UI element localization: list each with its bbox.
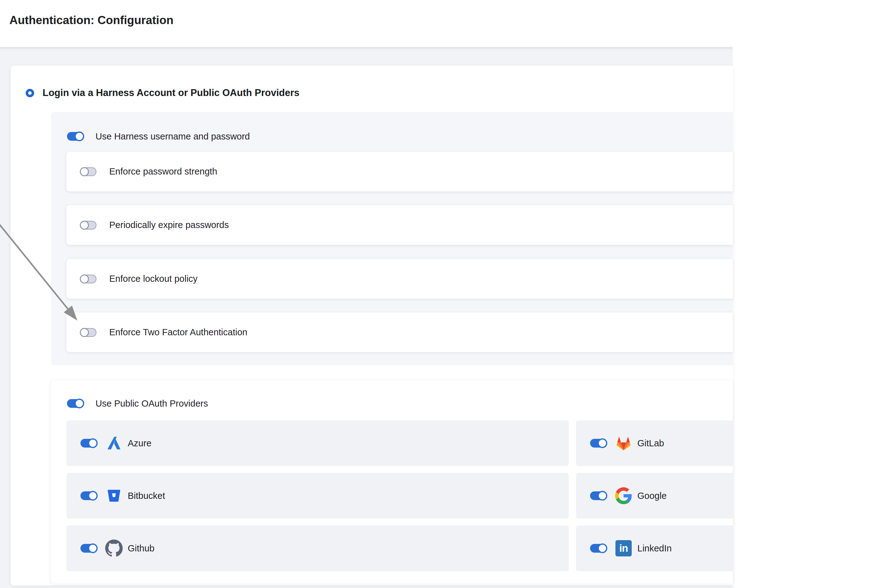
gitlab-provider-row: GitLab xyxy=(576,420,733,466)
google-label: Google xyxy=(637,491,667,501)
azure-label: Azure xyxy=(128,438,152,448)
login-method-radio-row[interactable]: Login via a Harness Account or Public OA… xyxy=(26,88,299,98)
enforce-password-strength-row: Enforce password strength xyxy=(66,152,733,191)
bitbucket-toggle[interactable] xyxy=(80,491,96,500)
gitlab-label: GitLab xyxy=(637,438,664,448)
enforce-two-factor-authentication-label: Enforce Two Factor Authentication xyxy=(109,327,247,338)
auth-form-panel: Login via a Harness Account or Public OA… xyxy=(11,66,733,585)
linkedin-label: LinkedIn xyxy=(637,543,672,554)
bitbucket-label: Bitbucket xyxy=(128,491,165,501)
page-title: Authentication: Configuration xyxy=(9,14,173,27)
toggle-knob xyxy=(80,274,89,284)
google-provider-row: Google xyxy=(576,473,733,519)
toggle-knob xyxy=(88,491,98,501)
enforce-two-factor-authentication-row: Enforce Two Factor Authentication xyxy=(66,312,733,352)
toggle-knob xyxy=(597,491,607,501)
enforce-two-factor-authentication-toggle[interactable] xyxy=(80,328,96,337)
azure-toggle[interactable] xyxy=(80,439,96,448)
toggle-knob xyxy=(80,328,89,337)
toggle-knob xyxy=(80,167,89,176)
periodically-expire-passwords-label: Periodically expire passwords xyxy=(109,220,229,230)
authentication-configuration-page: Authentication: Configuration Login via … xyxy=(0,0,874,588)
github-toggle[interactable] xyxy=(80,544,96,553)
use-harness-username-password-label: Use Harness username and password xyxy=(95,131,250,142)
linkedin-toggle[interactable] xyxy=(590,544,606,553)
use-public-oauth-providers-toggle[interactable] xyxy=(67,399,83,408)
toggle-knob xyxy=(75,399,84,408)
github-provider-row: Github xyxy=(66,525,569,571)
toggle-knob xyxy=(597,438,607,448)
linkedin-provider-row: in LinkedIn xyxy=(576,525,733,571)
page-header: Authentication: Configuration xyxy=(0,0,733,48)
github-icon xyxy=(105,540,123,557)
azure-icon xyxy=(105,434,123,452)
toggle-knob xyxy=(80,220,89,230)
radio-label: Login via a Harness Account or Public OA… xyxy=(42,87,299,99)
toggle-knob xyxy=(88,438,98,448)
radio-selected-icon[interactable] xyxy=(26,89,34,97)
username-password-card: Use Harness username and password Enforc… xyxy=(51,112,733,365)
bitbucket-icon xyxy=(105,487,123,504)
periodically-expire-passwords-toggle[interactable] xyxy=(80,221,96,230)
content-area: Login via a Harness Account or Public OA… xyxy=(0,48,733,588)
toggle-knob xyxy=(88,544,98,553)
linkedin-icon: in xyxy=(615,540,632,557)
enforce-password-strength-label: Enforce password strength xyxy=(109,166,217,177)
use-public-oauth-providers-label: Use Public OAuth Providers xyxy=(95,399,208,409)
enforce-lockout-policy-row: Enforce lockout policy xyxy=(66,259,733,299)
bitbucket-provider-row: Bitbucket xyxy=(66,473,569,519)
enforce-lockout-policy-toggle[interactable] xyxy=(80,274,96,284)
github-label: Github xyxy=(128,543,154,554)
google-toggle[interactable] xyxy=(590,491,606,500)
google-icon xyxy=(615,487,632,504)
gitlab-icon xyxy=(615,434,632,452)
oauth-providers-card: Use Public OAuth Providers Azure xyxy=(51,380,733,584)
use-public-oauth-providers-row: Use Public OAuth Providers xyxy=(67,398,208,409)
enforce-password-strength-toggle[interactable] xyxy=(80,167,96,176)
toggle-knob xyxy=(75,132,84,141)
use-harness-username-password-toggle[interactable] xyxy=(67,132,83,141)
enforce-lockout-policy-label: Enforce lockout policy xyxy=(109,274,197,284)
toggle-knob xyxy=(597,544,607,553)
azure-provider-row: Azure xyxy=(66,420,569,466)
periodically-expire-passwords-row: Periodically expire passwords xyxy=(66,205,733,245)
use-harness-username-password-row: Use Harness username and password xyxy=(67,131,250,142)
gitlab-toggle[interactable] xyxy=(590,439,606,448)
